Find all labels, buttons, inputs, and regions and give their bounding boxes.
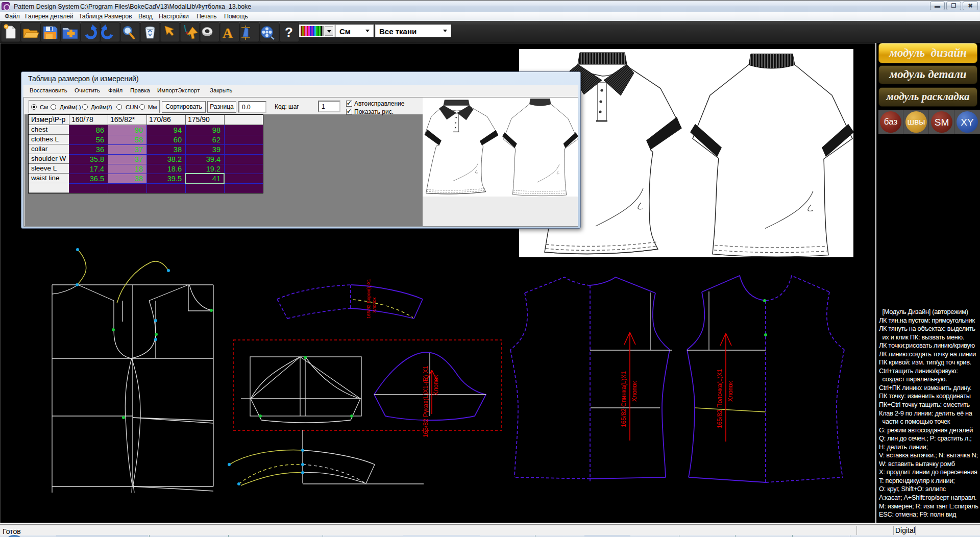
svg-text:165/82 Ворон(L)Х1: 165/82 Ворон(L)Х1 xyxy=(366,279,371,319)
svg-text:?: ? xyxy=(285,25,293,40)
svg-text:Хлопок: Хлопок xyxy=(372,298,377,313)
svg-text:165/82 Спинка(L)Х1: 165/82 Спинка(L)Х1 xyxy=(620,371,627,427)
svg-text:Хлопок: Хлопок xyxy=(432,375,439,396)
svg-text:165/82 Полочка(L)Х1: 165/82 Полочка(L)Х1 xyxy=(716,369,723,428)
svg-text:Хлопок: Хлопок xyxy=(631,381,638,402)
svg-text:165/82 Рукав(L)Х1-(R) Х1: 165/82 Рукав(L)Х1-(R) Х1 xyxy=(422,365,429,437)
svg-text:Хлопок: Хлопок xyxy=(727,381,734,402)
svg-text:A: A xyxy=(223,25,233,41)
